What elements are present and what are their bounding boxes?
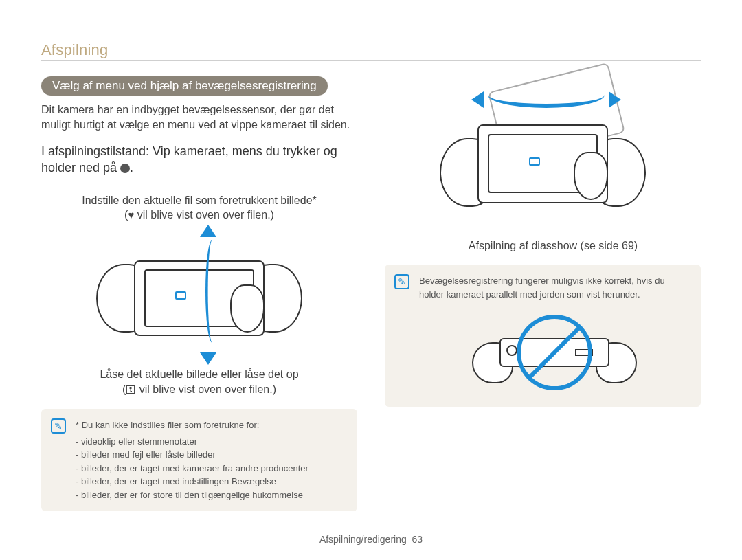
footnote-item: billeder, der er taget med kameraer fra … (76, 462, 346, 475)
heart-icon: ♥ (128, 209, 134, 221)
page-header: Afspilning (41, 41, 701, 61)
note-icon: ✎ (51, 418, 66, 434)
arrow-left-icon (471, 91, 484, 108)
instruction-text: I afspilningstilstand: Vip kameraet, men… (41, 143, 357, 177)
illustration-tilt-horizontal (440, 69, 646, 234)
figure-slideshow: Afspilning af diasshow (se side 69) (385, 76, 701, 252)
footer-page-number: 63 (412, 534, 423, 545)
button-hold-icon (120, 164, 130, 173)
footnote-box: ✎ * Du kan ikke indstilles filer som for… (41, 409, 357, 511)
footnote-list: videoklip eller stemmenotater billeder m… (76, 435, 346, 502)
footnote-item: billeder med fejl eller låste billeder (76, 448, 346, 462)
section-heading-pill: Vælg af menu ved hjælp af bevægelsesregi… (41, 76, 328, 96)
left-column: Vælg af menu ved hjælp af bevægelsesregi… (41, 76, 357, 511)
footnote-item: billeder, der er for store til den tilgæ… (76, 489, 346, 502)
arrow-shaft-icon (205, 240, 214, 343)
page-footer: Afspilning/redigering 63 (0, 534, 742, 545)
horizontal-tilt-arrow-icon (474, 90, 618, 117)
right-column: Afspilning af diasshow (se side 69) ✎ Be… (385, 76, 701, 511)
screen-image-icon (529, 157, 540, 166)
illustration-incorrect-hold (465, 308, 644, 397)
arrow-shaft-icon (488, 94, 605, 108)
arrow-down-icon (200, 352, 216, 365)
camera-lens-icon (506, 345, 517, 356)
intro-paragraph: Dit kamera har en indbygget bevægelsesse… (41, 102, 357, 132)
footnote-item: videoklip eller stemmenotater (76, 435, 346, 449)
illustration-tilt-vertical (96, 229, 302, 360)
footnote-lead: * Du kan ikke indstilles filer som foret… (76, 418, 346, 432)
instruction-pre: I afspilningstilstand: Vip kameraet, men… (41, 144, 337, 175)
figure2-caption: Låse det aktuelle billede eller låse det… (100, 367, 298, 396)
footer-section: Afspilning/redigering (319, 534, 407, 545)
thumb-icon (574, 152, 608, 200)
figure2-line1: Låse det aktuelle billede eller låse det… (100, 368, 298, 380)
arrow-right-icon (609, 91, 621, 108)
key-icon: ⚿ (126, 383, 136, 395)
page-title: Afspilning (41, 41, 701, 59)
warning-box: ✎ Bevægelsesregistrering fungerer muligv… (385, 265, 701, 407)
figure1-caption: Indstille den aktuelle fil som foretrukk… (82, 193, 317, 223)
figure1-line1: Indstille den aktuelle fil som foretrukk… (82, 194, 317, 206)
instruction-suffix: . (130, 161, 133, 175)
screen-image-icon (175, 291, 186, 300)
vertical-tilt-arrow-icon (196, 226, 223, 363)
figure-favorite: Indstille den aktuelle fil som foretrukk… (41, 189, 357, 396)
figure2-line2-post: vil blive vist oven over filen.) (136, 383, 276, 395)
thumb-icon (230, 284, 265, 333)
manual-page: Afspilning Vælg af menu ved hjælp af bev… (0, 0, 742, 560)
figure1-line2-post: vil blive vist oven over filen.) (134, 209, 274, 221)
arrow-up-icon (200, 225, 216, 237)
two-column-layout: Vælg af menu ved hjælp af bevægelsesregi… (41, 76, 701, 511)
slideshow-caption: Afspilning af diasshow (se side 69) (469, 240, 638, 252)
warning-text: Bevægelsesregistrering fungerer muligvis… (419, 274, 690, 301)
note-icon: ✎ (394, 274, 409, 289)
footnote-item: billeder, der er taget med indstillingen… (76, 475, 346, 489)
